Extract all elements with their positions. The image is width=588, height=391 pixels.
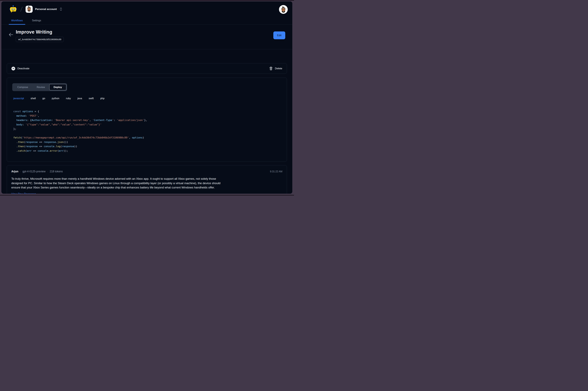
lang-tab-java[interactable]: java xyxy=(77,97,82,100)
mode-tab-compose[interactable]: Compose xyxy=(13,84,32,90)
delete-button[interactable]: Delete xyxy=(269,67,282,70)
code-line: method: 'POST', xyxy=(13,114,281,118)
code-line: .then(response => response.json()) xyxy=(13,140,281,144)
breadcrumb-slash xyxy=(20,6,23,11)
main-content: Deactivate Delete ComposeReviewDeploy ja… xyxy=(1,49,292,194)
workflow-detail-card: ComposeReviewDeploy javascriptshellgopyt… xyxy=(7,78,287,162)
lang-tab-go[interactable]: go xyxy=(42,97,45,100)
lang-tab-shell[interactable]: shell xyxy=(31,97,36,100)
result-header: Arjun · gpt-4-0125-preview · 218 tokens … xyxy=(11,170,282,173)
tab-settings[interactable]: Settings xyxy=(30,19,44,24)
robot-logo-icon[interactable] xyxy=(10,5,17,13)
top-bar: Personal account xyxy=(1,1,292,14)
app-window: Personal account WorkflowsSettings xyxy=(1,1,292,194)
mode-tab-deploy[interactable]: Deploy xyxy=(49,84,66,90)
code-line: const options = { xyxy=(13,109,281,114)
pause-icon xyxy=(11,67,15,70)
result-text-line: To truly thrive, Microsoft requires more… xyxy=(11,177,282,181)
account-switcher[interactable]: Personal account xyxy=(26,6,62,13)
title-section: Improve Writing wf_3c4dd36474c73bb046b2d… xyxy=(1,25,292,49)
code-line: body: '{"type":"value","who":"value","co… xyxy=(13,122,281,127)
edit-button[interactable]: Edit xyxy=(273,31,285,39)
code-line: fetch('https://manageprompt.com/api/run/… xyxy=(13,136,281,140)
tab-workflows[interactable]: Workflows xyxy=(9,19,25,24)
chevron-updown-icon xyxy=(60,8,62,10)
lang-tab-ruby[interactable]: ruby xyxy=(66,97,71,100)
lang-tab-php[interactable]: php xyxy=(100,97,105,100)
view-raw-response-link[interactable]: View Raw Response xyxy=(11,193,36,194)
workflow-id-badge: wf_3c4dd36474c73bb046b2df3186980c89 xyxy=(16,37,64,42)
code-line: .catch(err => console.error(err)); xyxy=(13,149,281,153)
account-avatar xyxy=(26,6,33,13)
user-menu-avatar[interactable] xyxy=(279,5,288,14)
trash-icon xyxy=(269,67,272,70)
code-block: const options = { method: 'POST', header… xyxy=(13,109,281,153)
code-line: }; xyxy=(13,127,281,131)
result-text-line: designed for PC. Similar to how the Stea… xyxy=(11,181,282,186)
back-arrow-icon[interactable] xyxy=(9,33,13,37)
result-timestamp: 9:31:22 AM xyxy=(270,170,282,173)
code-line xyxy=(13,131,281,136)
screen-edge-bottom xyxy=(0,195,294,196)
page-title: Improve Writing xyxy=(16,29,64,35)
lang-tab-python[interactable]: python xyxy=(52,97,60,100)
screen-edge-top xyxy=(0,0,294,0)
primary-tabs: WorkflowsSettings xyxy=(1,19,292,25)
code-line: headers: {Authorization: 'Bearer api-sec… xyxy=(13,118,281,122)
result-text: To truly thrive, Microsoft requires more… xyxy=(11,177,282,190)
lang-tab-swift[interactable]: swift xyxy=(89,97,94,100)
result-token-count: 218 tokens xyxy=(50,170,63,173)
deactivate-button[interactable]: Deactivate xyxy=(11,67,29,70)
run-result-card: Arjun · gpt-4-0125-preview · 218 tokens … xyxy=(7,165,287,194)
code-language-tabs: javascriptshellgopythonrubyjavaswiftphp xyxy=(13,97,281,100)
lang-tab-javascript[interactable]: javascript xyxy=(13,97,24,100)
result-text-line: ensure that your Xbox Series games funct… xyxy=(11,185,282,190)
mode-tab-review[interactable]: Review xyxy=(32,84,49,90)
workflow-mode-tabs: ComposeReviewDeploy xyxy=(12,83,67,91)
workflow-action-bar: Deactivate Delete xyxy=(7,63,287,74)
account-name: Personal account xyxy=(35,8,57,11)
result-author: Arjun xyxy=(11,170,18,173)
result-model: gpt-4-0125-preview xyxy=(22,170,46,173)
code-line: .then(response => console.log(response)) xyxy=(13,144,281,149)
